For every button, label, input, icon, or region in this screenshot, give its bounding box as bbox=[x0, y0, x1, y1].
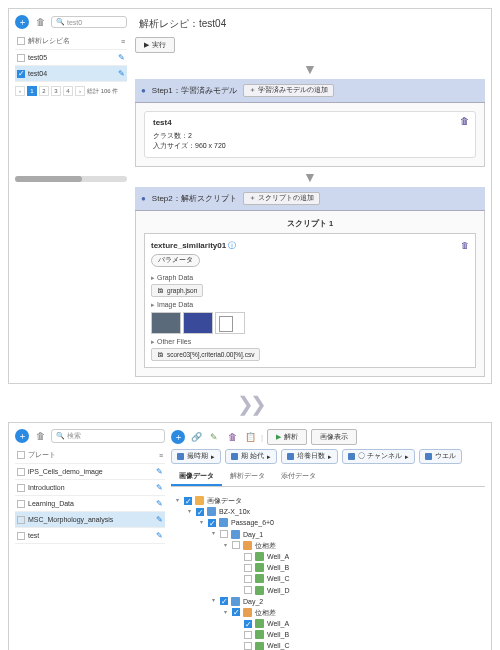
edit-icon[interactable]: ✎ bbox=[156, 515, 163, 524]
plate-search-input[interactable]: 🔍 検索 bbox=[51, 429, 165, 443]
filter-pill[interactable]: 培養日数 ▸ bbox=[281, 449, 338, 464]
analyze-button[interactable]: ▶解析 bbox=[267, 429, 307, 445]
pager-page[interactable]: 1 bbox=[27, 86, 37, 96]
plate-row[interactable]: Introduction✎ bbox=[15, 480, 165, 496]
thumbnail[interactable] bbox=[215, 312, 245, 334]
delete-model-icon[interactable]: 🗑 bbox=[460, 116, 469, 126]
add-button[interactable]: ＋ bbox=[171, 430, 185, 444]
plate-row[interactable]: Learning_Data✎ bbox=[15, 496, 165, 512]
node-checkbox[interactable] bbox=[244, 620, 252, 628]
h-scrollbar[interactable] bbox=[15, 176, 127, 182]
row-checkbox[interactable] bbox=[17, 532, 25, 540]
edit-icon[interactable]: ✎ bbox=[156, 531, 163, 540]
graph-file-chip[interactable]: 🖺 graph.json bbox=[151, 284, 203, 297]
node-checkbox[interactable] bbox=[232, 608, 240, 616]
filter-pill[interactable]: 〇 チャンネル ▸ bbox=[342, 449, 415, 464]
edit-icon[interactable]: ✎ bbox=[118, 53, 125, 62]
pager-page[interactable]: 2 bbox=[39, 86, 49, 96]
add-script-button[interactable]: ＋ スクリプトの追加 bbox=[243, 192, 320, 205]
image-data-section[interactable]: Image Data bbox=[151, 301, 469, 309]
node-checkbox[interactable] bbox=[220, 597, 228, 605]
row-checkbox[interactable] bbox=[17, 54, 25, 62]
row-checkbox[interactable] bbox=[17, 484, 25, 492]
tab-attached-data[interactable]: 添付データ bbox=[273, 468, 324, 486]
tree-node[interactable]: Well_A bbox=[173, 618, 483, 629]
node-checkbox[interactable] bbox=[244, 575, 252, 583]
plate-list-header[interactable]: プレート ≡ bbox=[15, 447, 165, 464]
node-checkbox[interactable] bbox=[244, 564, 252, 572]
other-files-section[interactable]: Other Files bbox=[151, 338, 469, 346]
row-checkbox[interactable] bbox=[17, 500, 25, 508]
node-checkbox[interactable] bbox=[244, 631, 252, 639]
edit-icon[interactable]: ✎ bbox=[156, 467, 163, 476]
collapse-icon[interactable]: ▾ bbox=[209, 596, 217, 606]
recipe-list-header[interactable]: 解析レシピ名 ≡ bbox=[15, 33, 127, 50]
select-all-checkbox[interactable] bbox=[17, 37, 25, 45]
link-icon[interactable]: 🔗 bbox=[189, 430, 203, 444]
trash-icon[interactable]: 🗑 bbox=[225, 430, 239, 444]
node-checkbox[interactable] bbox=[244, 586, 252, 594]
tab-image-data[interactable]: 画像データ bbox=[171, 468, 222, 486]
add-model-button[interactable]: ＋ 学習済みモデルの追加 bbox=[243, 84, 334, 97]
edit-icon[interactable]: ✎ bbox=[118, 69, 125, 78]
parameter-button[interactable]: パラメータ bbox=[151, 254, 200, 267]
add-plate-button[interactable]: ＋ bbox=[15, 429, 29, 443]
sort-icon[interactable]: ≡ bbox=[121, 38, 125, 45]
edit-icon[interactable]: ✎ bbox=[156, 483, 163, 492]
recipe-icon[interactable]: 📋 bbox=[243, 430, 257, 444]
edit-icon[interactable]: ✎ bbox=[156, 499, 163, 508]
node-checkbox[interactable] bbox=[184, 497, 192, 505]
add-recipe-button[interactable]: ＋ bbox=[15, 15, 29, 29]
filter-pill[interactable]: 期 始代 ▸ bbox=[225, 449, 277, 464]
recipe-row[interactable]: test05 ✎ bbox=[15, 50, 127, 66]
tree-node[interactable]: Well_C bbox=[173, 573, 483, 584]
run-button[interactable]: ▶ 実行 bbox=[135, 37, 175, 53]
node-checkbox[interactable] bbox=[220, 530, 228, 538]
tree-node[interactable]: Well_C bbox=[173, 640, 483, 650]
edit-icon[interactable]: ✎ bbox=[207, 430, 221, 444]
graph-data-section[interactable]: Graph Data bbox=[151, 274, 469, 282]
collapse-icon[interactable]: ▾ bbox=[173, 496, 181, 506]
pager-page[interactable]: 3 bbox=[51, 86, 61, 96]
other-file-chip[interactable]: 🖺 score03[%],criteria0.00[%].csv bbox=[151, 348, 260, 361]
row-checkbox[interactable] bbox=[17, 468, 25, 476]
tab-analysis-data[interactable]: 解析データ bbox=[222, 468, 273, 486]
select-all-checkbox[interactable] bbox=[17, 451, 25, 459]
collapse-icon[interactable]: ▾ bbox=[185, 507, 193, 517]
recipe-search-input[interactable]: 🔍 test0 bbox=[51, 16, 127, 28]
collapse-icon[interactable]: ▾ bbox=[209, 529, 217, 539]
plate-row[interactable]: MSC_Morphology_analysis✎ bbox=[15, 512, 165, 528]
delete-plate-button[interactable]: 🗑 bbox=[33, 429, 47, 443]
thumbnail[interactable] bbox=[151, 312, 181, 334]
node-checkbox[interactable] bbox=[244, 642, 252, 650]
pager-next[interactable]: › bbox=[75, 86, 85, 96]
tree-node[interactable]: ▾Day_2 bbox=[173, 596, 483, 607]
pager-page[interactable]: 4 bbox=[63, 86, 73, 96]
tree-node[interactable]: ▾Passage_6+0 bbox=[173, 517, 483, 528]
node-checkbox[interactable] bbox=[208, 519, 216, 527]
plate-row[interactable]: test✎ bbox=[15, 528, 165, 544]
delete-recipe-button[interactable]: 🗑 bbox=[33, 15, 47, 29]
collapse-icon[interactable]: ▾ bbox=[197, 518, 205, 528]
tree-node[interactable]: Well_D bbox=[173, 585, 483, 596]
row-checkbox[interactable] bbox=[17, 70, 25, 78]
tree-node[interactable]: ▾位相差 bbox=[173, 607, 483, 618]
recipe-row[interactable]: test04 ✎ bbox=[15, 66, 127, 82]
thumbnail[interactable] bbox=[183, 312, 213, 334]
tree-node[interactable]: Well_A bbox=[173, 551, 483, 562]
info-icon[interactable]: ⓘ bbox=[228, 241, 236, 250]
collapse-icon[interactable]: ▾ bbox=[221, 541, 229, 551]
tree-node[interactable]: ▾Day_1 bbox=[173, 529, 483, 540]
collapse-icon[interactable]: ▾ bbox=[221, 608, 229, 618]
pager-prev[interactable]: ‹ bbox=[15, 86, 25, 96]
node-checkbox[interactable] bbox=[196, 508, 204, 516]
tree-node[interactable]: Well_B bbox=[173, 629, 483, 640]
tree-node[interactable]: Well_B bbox=[173, 562, 483, 573]
tree-node[interactable]: ▾位相差 bbox=[173, 540, 483, 551]
sort-icon[interactable]: ≡ bbox=[159, 452, 163, 459]
filter-pill[interactable]: 撮時期 ▸ bbox=[171, 449, 221, 464]
delete-script-icon[interactable]: 🗑 bbox=[461, 241, 469, 250]
filter-pill[interactable]: ウエル bbox=[419, 449, 462, 464]
tree-node[interactable]: ▾画像データ bbox=[173, 495, 483, 506]
tree-node[interactable]: ▾BZ-X_10x bbox=[173, 506, 483, 517]
